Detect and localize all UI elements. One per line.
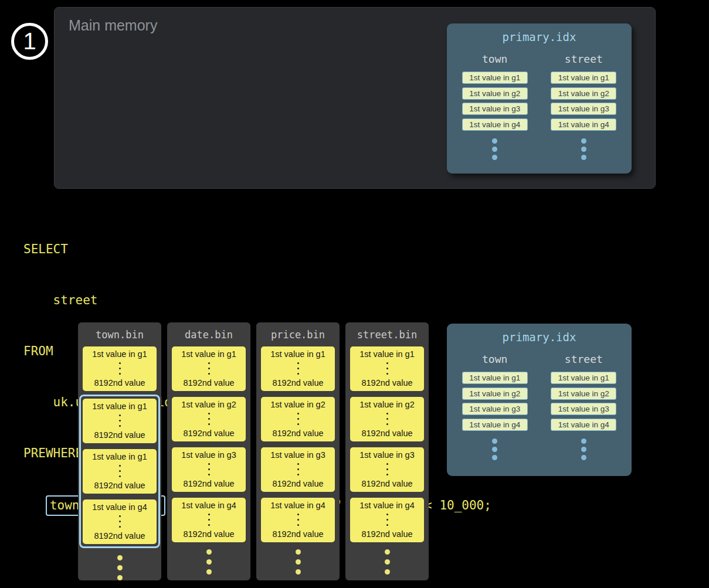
granule-first-value: 1st value in g4 [181,501,236,510]
granule-first-value: 1st value in g1 [92,349,147,359]
primary-idx-title: primary.idx [447,331,632,344]
index-entry: 1st value in g1 [551,72,616,84]
primary-idx-town-column: town 1st value in g1 1st value in g2 1st… [454,53,536,160]
vertical-ellipsis [386,362,388,375]
bin-title: street.bin [345,322,429,341]
granule-first-value: 1st value in g4 [359,501,415,510]
index-entry: 1st value in g4 [462,419,528,431]
granule-first-value: 1st value in g2 [359,400,415,409]
granule-last-value: 8192nd value [361,479,412,488]
index-entry: 1st value in g2 [462,388,528,400]
granule-last-value: 8192nd value [94,378,145,388]
vertical-ellipsis [208,413,210,425]
primary-idx-street-column: street 1st value in g1 1st value in g2 1… [542,53,625,160]
granule-first-value: 1st value in g1 [359,349,415,359]
vertical-ellipsis [119,362,121,375]
index-entry: 1st value in g3 [462,403,528,415]
granule-first-value: 1st value in g1 [92,402,147,411]
granule-first-value: 1st value in g2 [270,400,325,409]
vertical-ellipsis [119,465,121,477]
bin-title: town.bin [78,322,161,341]
column-header: town [482,53,507,65]
granule-block: 1st value in g4 8192nd value [350,498,424,542]
vertical-ellipsis-dots [581,439,586,460]
column-header: street [565,53,603,65]
granule-last-value: 8192nd value [272,479,323,488]
vertical-ellipsis-dots [167,549,250,575]
granule-block: 1st value in g4 8192nd value [83,499,157,544]
granule-block: 1st value in g4 8192nd value [261,498,335,542]
bin-column-price: price.bin 1st value in g1 8192nd value 1… [256,322,340,580]
vertical-ellipsis-dots [492,439,497,460]
index-entry: 1st value in g2 [551,87,616,100]
bin-column-street: street.bin 1st value in g1 8192nd value … [345,322,429,580]
bin-title: date.bin [167,322,250,341]
vertical-ellipsis [208,362,210,375]
granule-block: 1st value in g3 8192nd value [172,447,246,492]
primary-idx-title: primary.idx [447,30,632,43]
column-header: street [565,353,603,365]
sql-line: street [23,292,491,309]
granule-last-value: 8192nd value [361,378,412,388]
granule-first-value: 1st value in g2 [181,400,236,409]
index-entry: 1st value in g1 [462,372,528,384]
granule-block: 1st value in g1 8192nd value [83,449,157,494]
granule-first-value: 1st value in g3 [270,450,325,460]
sql-line: SELECT [23,241,491,258]
vertical-ellipsis [386,413,388,425]
granule-last-value: 8192nd value [272,378,323,388]
granule-block: 1st value in g3 8192nd value [350,447,424,492]
index-entry: 1st value in g4 [462,118,528,131]
granule-block: 1st value in g2 8192nd value [172,397,246,441]
main-memory-label: Main memory [69,17,157,34]
step-number: 1 [23,28,36,55]
index-entry: 1st value in g4 [551,419,616,431]
vertical-ellipsis [386,463,388,475]
vertical-ellipsis-dots [492,138,497,160]
granule-block: 1st value in g1 8192nd value [261,346,335,391]
index-entry: 1st value in g1 [462,72,528,84]
vertical-ellipsis [208,514,210,526]
vertical-ellipsis [119,414,121,427]
index-entry: 1st value in g3 [551,403,616,415]
vertical-ellipsis [297,362,299,375]
granule-block: 1st value in g2 8192nd value [261,397,335,441]
granule-last-value: 8192nd value [183,479,234,488]
vertical-ellipsis [297,514,299,526]
granule-first-value: 1st value in g1 [92,452,147,461]
bin-column-date: date.bin 1st value in g1 8192nd value 1s… [167,322,250,580]
granule-last-value: 8192nd value [361,529,412,539]
granule-block: 1st value in g1 8192nd value [83,346,157,391]
granule-block: 1st value in g1 8192nd value [172,346,246,391]
vertical-ellipsis [386,514,388,526]
index-entry: 1st value in g4 [551,118,616,131]
bin-title: price.bin [256,322,340,341]
granule-last-value: 8192nd value [272,429,323,438]
primary-idx-columns: town 1st value in g1 1st value in g2 1st… [447,53,632,160]
granule-last-value: 8192nd value [361,429,412,438]
bin-column-town: town.bin 1st value in g1 8192nd value 1s… [78,322,161,580]
granule-block: 1st value in g4 8192nd value [172,498,246,542]
granule-first-value: 1st value in g1 [270,349,325,359]
granule-first-value: 1st value in g1 [181,349,236,359]
granule-last-value: 8192nd value [183,529,234,539]
index-entry: 1st value in g2 [551,388,616,400]
granule-last-value: 8192nd value [272,529,323,539]
index-entry: 1st value in g3 [551,103,616,115]
vertical-ellipsis [119,515,121,528]
index-entry: 1st value in g1 [551,372,616,384]
vertical-ellipsis [208,463,210,475]
primary-idx-town-column: town 1st value in g1 1st value in g2 1st… [454,353,536,460]
granule-first-value: 1st value in g4 [92,502,147,512]
granule-first-value: 1st value in g3 [181,450,236,460]
granule-last-value: 8192nd value [94,430,145,440]
diagram-canvas: 1 Main memory primary.idx town 1st value… [0,0,709,588]
granule-last-value: 8192nd value [94,481,145,490]
granule-last-value: 8192nd value [94,531,145,541]
granule-first-value: 1st value in g4 [270,501,325,510]
primary-idx-street-column: street 1st value in g1 1st value in g2 1… [542,353,625,460]
vertical-ellipsis-dots [78,555,161,580]
selected-granules-highlight: 1st value in g1 8192nd value 1st value i… [79,395,160,548]
granule-block: 1st value in g3 8192nd value [261,447,335,492]
vertical-ellipsis-dots [256,549,340,575]
